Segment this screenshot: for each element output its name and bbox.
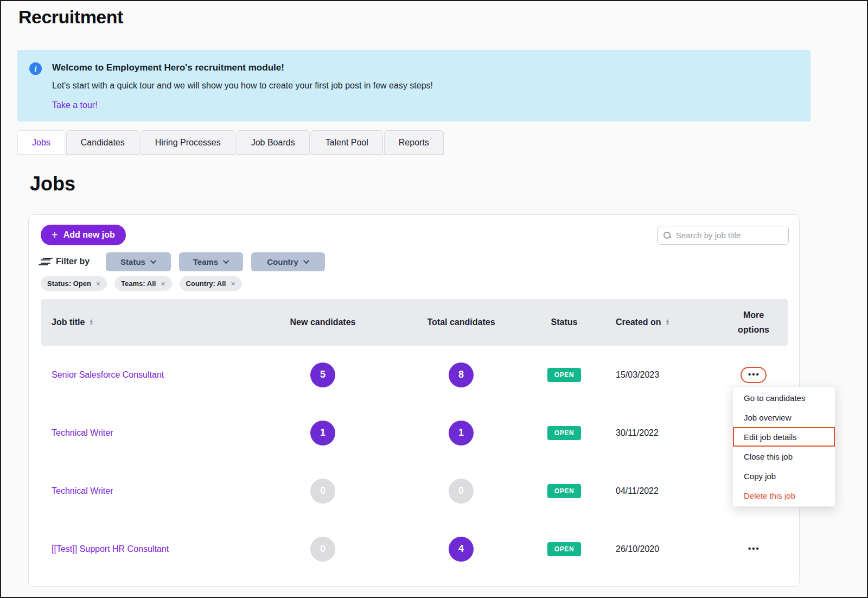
more-options-button[interactable]: •••: [741, 541, 767, 557]
status-header: Status: [524, 317, 605, 327]
row-context-menu: Go to candidates Job overview Edit job d…: [732, 386, 835, 507]
status-badge: OPEN: [547, 368, 581, 382]
new-candidates-header: New candidates: [247, 317, 399, 327]
status-badge: OPEN: [547, 426, 581, 440]
sort-desc-icon: ▼: [666, 322, 670, 326]
chip-label: Status: Open: [47, 279, 91, 288]
status-filter-label: Status: [120, 257, 145, 266]
created-on-value: 15/03/2023: [605, 370, 719, 380]
jobs-card: + Add new job Filter by Status Teams Cou…: [28, 214, 800, 587]
table-row: Senior Salesforce Consultant 5 8 OPEN 15…: [41, 346, 788, 404]
job-title-link[interactable]: Technical Writer: [41, 428, 247, 438]
tab-reports[interactable]: Reports: [384, 130, 444, 155]
teams-filter-dropdown[interactable]: Teams: [179, 252, 243, 271]
menu-item-job-overview[interactable]: Job overview: [733, 408, 835, 427]
total-candidates-header: Total candidates: [399, 317, 524, 327]
tab-hiring-processes[interactable]: Hiring Processes: [141, 130, 235, 155]
sort-icon: ▲ ▼: [89, 319, 93, 326]
job-search-box: [657, 226, 789, 245]
menu-item-close-this-job[interactable]: Close this job: [733, 447, 835, 466]
table-row: Technical Writer 1 1 OPEN 30/11/2022 •••: [41, 404, 788, 462]
search-icon: [663, 231, 672, 240]
filter-icon: [41, 258, 50, 265]
module-tabs: Jobs Candidates Hiring Processes Job Boa…: [17, 130, 444, 155]
created-on-header[interactable]: Created on ▲ ▼: [605, 317, 719, 327]
filter-row: Filter by Status Teams Country: [41, 252, 325, 271]
menu-item-go-to-candidates[interactable]: Go to candidates: [733, 388, 835, 408]
chip-remove-icon[interactable]: ×: [231, 279, 235, 288]
job-title-header[interactable]: Job title ▲ ▼: [41, 317, 247, 327]
new-candidates-count: 0: [310, 479, 335, 504]
total-candidates-count: 1: [449, 421, 474, 446]
menu-item-copy-job[interactable]: Copy job: [733, 466, 835, 486]
created-on-value: 30/11/2022: [605, 428, 719, 438]
filter-chip-teams: Teams: All ×: [114, 276, 171, 291]
status-badge: OPEN: [547, 484, 581, 498]
chevron-down-icon: [150, 258, 156, 264]
menu-item-edit-job-details[interactable]: Edit job details: [733, 427, 835, 447]
country-filter-label: Country: [267, 257, 298, 266]
table-row: Technical Writer 0 0 OPEN 04/11/2022 •••: [41, 462, 788, 520]
active-filter-chips: Status: Open × Teams: All × Country: All…: [41, 276, 242, 291]
total-candidates-count: 8: [449, 362, 474, 387]
chip-remove-icon[interactable]: ×: [161, 279, 165, 288]
tab-jobs[interactable]: Jobs: [17, 130, 65, 155]
banner-title: Welcome to Employment Hero's recruitment…: [52, 62, 284, 73]
sort-icon: ▲ ▼: [666, 319, 670, 326]
take-a-tour-link[interactable]: Take a tour!: [52, 100, 98, 110]
tab-talent-pool[interactable]: Talent Pool: [311, 130, 383, 155]
info-icon: i: [29, 62, 42, 75]
search-input[interactable]: [676, 231, 784, 240]
jobs-section-heading: Jobs: [30, 173, 75, 195]
table-row: [[Test]] Support HR Consultant 0 4 OPEN …: [41, 520, 788, 578]
chip-remove-icon[interactable]: ×: [96, 279, 100, 288]
new-candidates-count: 0: [310, 537, 335, 562]
created-on-value: 26/10/2020: [605, 544, 719, 554]
job-title-header-label: Job title: [52, 317, 85, 327]
chevron-down-icon: [303, 258, 309, 264]
chip-label: Country: All: [186, 279, 226, 288]
created-on-header-label: Created on: [616, 317, 661, 327]
status-filter-dropdown[interactable]: Status: [106, 252, 171, 271]
welcome-banner: i Welcome to Employment Hero's recruitme…: [17, 50, 810, 122]
filter-by-label: Filter by: [41, 257, 93, 266]
banner-body: Let's start with a quick tour and we wil…: [52, 81, 433, 91]
chevron-down-icon: [223, 258, 229, 264]
menu-item-delete-this-job[interactable]: Delete this job: [733, 486, 835, 505]
job-title-link[interactable]: Senior Salesforce Consultant: [41, 370, 247, 380]
more-options-button[interactable]: •••: [741, 367, 767, 383]
tab-job-boards[interactable]: Job Boards: [237, 130, 310, 155]
created-on-value: 04/11/2022: [605, 486, 719, 496]
jobs-table-header: Job title ▲ ▼ New candidates Total candi…: [41, 299, 788, 346]
new-candidates-count: 5: [310, 362, 335, 387]
job-title-link[interactable]: Technical Writer: [41, 486, 247, 496]
sort-desc-icon: ▼: [89, 322, 93, 326]
filter-chip-status: Status: Open ×: [41, 276, 107, 291]
teams-filter-label: Teams: [193, 257, 218, 266]
tab-candidates[interactable]: Candidates: [66, 130, 139, 155]
plus-icon: +: [52, 230, 58, 240]
total-candidates-count: 0: [449, 479, 474, 504]
status-badge: OPEN: [547, 542, 581, 556]
filter-by-text: Filter by: [56, 257, 90, 266]
add-new-job-label: Add new job: [63, 230, 115, 240]
new-candidates-count: 1: [310, 421, 335, 446]
job-title-link[interactable]: [[Test]] Support HR Consultant: [41, 544, 247, 554]
jobs-table: Job title ▲ ▼ New candidates Total candi…: [41, 299, 788, 578]
page-title: Recruitment: [18, 7, 123, 28]
filter-chip-country: Country: All ×: [180, 276, 242, 291]
add-new-job-button[interactable]: + Add new job: [41, 225, 126, 245]
recruitment-page: Recruitment i Welcome to Employment Hero…: [0, 0, 868, 598]
more-options-header: More options: [719, 308, 788, 337]
total-candidates-count: 4: [449, 537, 474, 562]
chip-label: Teams: All: [121, 279, 156, 288]
country-filter-dropdown[interactable]: Country: [251, 252, 325, 271]
